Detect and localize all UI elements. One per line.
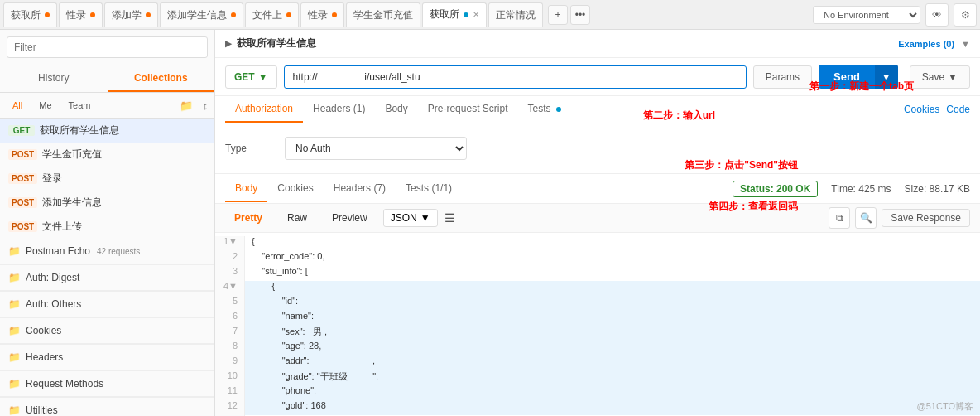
- folder-icon: 📁: [8, 325, 21, 336]
- environment-select[interactable]: No Environment: [813, 6, 920, 24]
- item-name: 登录: [42, 172, 206, 186]
- line-content: "addr": ,: [245, 356, 980, 370]
- send-dropdown-button[interactable]: ▼: [875, 65, 898, 89]
- params-button[interactable]: Params: [753, 65, 812, 89]
- new-tab-button[interactable]: +: [548, 5, 568, 25]
- send-btn-group: Send ▼: [819, 65, 898, 89]
- tab-学生金币[interactable]: 学生金币充值: [346, 2, 420, 27]
- list-item-post1[interactable]: POST 学生金币充值: [0, 143, 214, 167]
- list-item-post2[interactable]: POST 登录: [0, 167, 214, 191]
- new-folder-icon[interactable]: 📁: [180, 99, 193, 112]
- url-input[interactable]: [284, 65, 747, 89]
- main-layout: History Collections All Me Team 📁 ↕ GET …: [0, 30, 980, 416]
- line-content: "grade": "干班级 ",: [245, 370, 980, 385]
- table-row: 9 "addr": ,: [215, 356, 980, 370]
- group-postman-echo: 📁 Postman Echo 42 requests: [0, 239, 214, 265]
- line-number: 4▼: [215, 281, 245, 296]
- type-select[interactable]: No Auth: [285, 137, 467, 160]
- method-select[interactable]: GET ▼: [225, 65, 277, 89]
- save-response-button[interactable]: Save Response: [882, 209, 970, 227]
- line-content: {: [245, 281, 980, 296]
- line-number: 2: [215, 251, 245, 266]
- auth-tabs: Authorization Headers (1) Body Pre-reque…: [215, 96, 980, 123]
- tab-正常情况[interactable]: 正常情况: [488, 2, 543, 27]
- line-number: 1▼: [215, 236, 245, 251]
- settings-icon[interactable]: ⚙: [954, 3, 977, 27]
- response-toolbar: Pretty Raw Preview JSON ▼ ☰ ⧉ 🔍 Save Res…: [215, 204, 980, 233]
- line-number: 9: [215, 356, 245, 370]
- view-raw[interactable]: Raw: [278, 209, 316, 227]
- tab-body[interactable]: Body: [375, 96, 417, 123]
- more-tabs-button[interactable]: •••: [570, 5, 590, 25]
- response-status: Status: 200 OK Time: 425 ms Size: 88.17 …: [733, 181, 970, 197]
- view-pretty[interactable]: Pretty: [225, 209, 271, 227]
- list-item-post4[interactable]: POST 文件上传: [0, 215, 214, 239]
- sort-icon[interactable]: ↕: [203, 99, 209, 112]
- search-input[interactable]: [7, 36, 208, 58]
- group-header[interactable]: 📁 Utilities: [0, 398, 214, 416]
- view-preview[interactable]: Preview: [323, 209, 377, 227]
- tab-添加学生[interactable]: 添加学生信息: [160, 2, 243, 27]
- copy-icon[interactable]: ⧉: [829, 207, 850, 229]
- tab-性录[interactable]: 性录: [59, 2, 103, 27]
- search-icon[interactable]: 🔍: [855, 207, 877, 229]
- group-header[interactable]: 📁 Cookies: [0, 318, 214, 344]
- filter-team[interactable]: Team: [63, 98, 97, 113]
- tab-headers-response[interactable]: Headers (7): [324, 176, 396, 202]
- item-name: 学生金币充值: [42, 148, 206, 162]
- line-content: "age": 28,: [245, 341, 980, 356]
- tab-body-response[interactable]: Body: [225, 176, 267, 202]
- save-button[interactable]: Save ▼: [910, 65, 970, 89]
- table-row: 6 "name":: [215, 311, 980, 326]
- format-select[interactable]: JSON ▼: [383, 209, 438, 227]
- list-item-get[interactable]: GET 获取所有学生信息: [0, 119, 214, 143]
- group-header[interactable]: 📁 Postman Echo 42 requests: [0, 239, 214, 264]
- code-link[interactable]: Code: [946, 104, 970, 115]
- line-number: 7: [215, 326, 245, 341]
- tab-添加学[interactable]: 添加学: [104, 2, 158, 27]
- tab-获取所-active[interactable]: 获取所 ✕: [422, 2, 487, 27]
- table-row: 11 "phone":: [215, 385, 980, 400]
- tab-dot: [332, 12, 337, 17]
- table-row: 2 "error_code": 0,: [215, 251, 980, 266]
- tab-authorization[interactable]: Authorization: [225, 96, 303, 123]
- group-header[interactable]: 📁 Request Methods: [0, 371, 214, 397]
- wrap-icon[interactable]: ☰: [444, 211, 455, 225]
- cookies-link[interactable]: Cookies: [904, 104, 939, 115]
- tab-headers[interactable]: Headers (1): [303, 96, 375, 123]
- list-item-post3[interactable]: POST 添加学生信息: [0, 191, 214, 215]
- tab-close-icon[interactable]: ✕: [473, 10, 479, 19]
- tab-获取所[interactable]: 获取所: [3, 2, 57, 27]
- tab-tests-response[interactable]: Tests (1/1): [396, 176, 462, 202]
- tab-prerequest[interactable]: Pre-request Script: [418, 96, 518, 123]
- format-label: JSON: [391, 212, 417, 224]
- size-value: Size: 88.17 KB: [905, 183, 970, 195]
- eye-icon[interactable]: 👁: [925, 3, 949, 27]
- method-dropdown-icon: ▼: [258, 71, 268, 83]
- tab-dot: [90, 12, 95, 17]
- line-content: "phone":: [245, 385, 980, 400]
- tab-性录2[interactable]: 性录: [300, 2, 344, 27]
- tab-label: 获取所: [11, 8, 41, 22]
- line-content: "stu_info": [: [245, 266, 980, 281]
- tab-文件上[interactable]: 文件上: [245, 2, 299, 27]
- tab-tests[interactable]: Tests: [517, 96, 570, 123]
- send-button[interactable]: Send: [819, 65, 875, 89]
- group-header[interactable]: 📁 Headers: [0, 345, 214, 370]
- request-panel: ▶ 获取所有学生信息 Examples (0) ▼ GET ▼ Params S…: [215, 30, 980, 416]
- cookies-code: Cookies Code: [904, 104, 970, 115]
- group-header[interactable]: 📁 Auth: Others: [0, 292, 214, 317]
- examples-dropdown-icon[interactable]: ▼: [961, 39, 970, 49]
- sidebar-tab-collections[interactable]: Collections: [108, 65, 215, 92]
- filter-me[interactable]: Me: [33, 98, 57, 113]
- tab-label: 性录: [66, 8, 86, 22]
- group-auth-others: 📁 Auth: Others: [0, 292, 214, 318]
- sidebar-tab-history[interactable]: History: [0, 65, 108, 92]
- tab-cookies-response[interactable]: Cookies: [267, 176, 323, 202]
- request-name: 获取所有学生信息: [237, 36, 316, 51]
- tab-bar: 获取所 性录 添加学 添加学生信息 文件上 性录 学生金币充值 获取所 ✕ 正常…: [0, 0, 980, 30]
- sidebar-filter: All Me Team 📁 ↕: [0, 93, 214, 119]
- examples-link[interactable]: Examples (0): [898, 39, 954, 49]
- filter-all[interactable]: All: [7, 98, 28, 113]
- group-header[interactable]: 📁 Auth: Digest: [0, 265, 214, 291]
